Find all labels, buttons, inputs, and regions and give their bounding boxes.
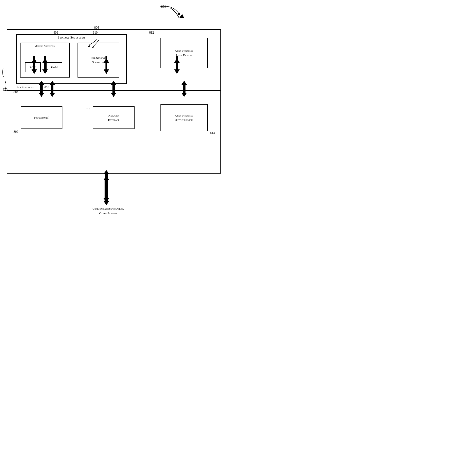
ref-810: 810 [93,31,98,35]
ref-802: 802 [14,130,18,134]
comm-line2: Other Systems [99,212,117,215]
svg-rect-43 [105,174,108,184]
ref-812: 812 [149,31,154,35]
svg-rect-33 [113,85,115,90]
storage-subsystem-box: Storage Subsystem Memory Subsystem ROM R… [16,34,127,84]
svg-marker-34 [111,93,116,97]
comm-networks-label: Communication Networks, Other Systems [74,206,142,215]
bus-line [7,90,221,91]
ref-820: 820 [3,88,8,91]
svg-rect-25 [51,85,53,90]
processor-label: Processor(s) [34,116,49,120]
ui-input-box: User InterfaceInput Devices [160,38,208,68]
ref-806-label: 806 [94,26,99,30]
file-storage-box: File StorageSubsystem [77,43,119,77]
outer-box-820: Storage Subsystem Memory Subsystem ROM R… [7,29,221,174]
ram-box: RAM [46,62,62,72]
svg-rect-23 [105,192,108,201]
bus-subsystem-label: Bus Subsystem [17,86,34,89]
memory-subsystem-label: Memory Subsystem [21,45,69,48]
svg-marker-30 [39,93,44,97]
comm-line1: Communication Networks, [92,207,124,210]
rom-box: ROM [25,62,41,72]
svg-rect-21 [105,180,108,192]
ref-816: 816 [86,107,90,111]
ref-814: 814 [210,131,215,135]
svg-marker-22 [103,201,110,205]
processor-box: Processor(s) [21,106,62,129]
ui-input-label: User InterfaceInput Devices [175,48,193,57]
svg-marker-38 [181,93,187,97]
ui-output-box: User InterfaceOutput Devices [160,104,208,131]
ref-800: 800 [161,5,166,8]
svg-marker-44 [103,198,110,202]
svg-marker-26 [50,93,55,97]
network-label: NetworkInterface [108,114,119,122]
memory-subsystem-box: Memory Subsystem ROM RAM [20,43,70,77]
file-storage-label: File StorageSubsystem [91,56,106,64]
svg-rect-37 [183,85,185,90]
svg-marker-36 [181,81,187,85]
ref-818: 818 [44,86,49,89]
ref-804: 804 [14,91,18,94]
svg-rect-45 [105,184,108,198]
ui-output-label: User InterfaceOutput Devices [175,114,194,122]
svg-marker-2 [177,12,180,15]
svg-marker-20 [103,176,110,180]
diagram-container: 800 Storage Subsystem Memory Subsystem R… [0,0,238,227]
storage-subsystem-label: Storage Subsystem [17,36,126,39]
svg-rect-29 [40,85,43,90]
rom-label: ROM [30,66,36,69]
network-interface-box: NetworkInterface [93,106,135,129]
ram-label: RAM [51,66,58,69]
ref-808: 808 [53,31,58,35]
